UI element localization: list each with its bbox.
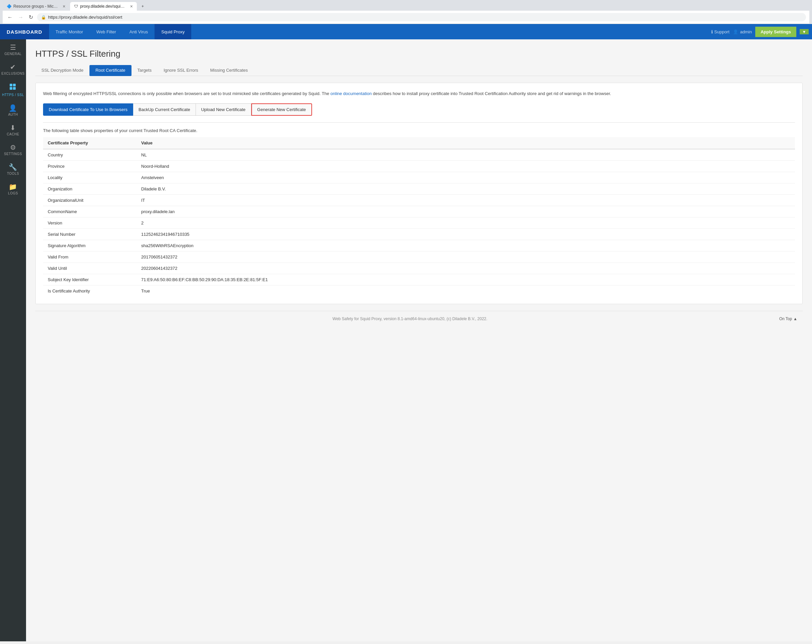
nav-squid-proxy[interactable]: Squid Proxy bbox=[154, 24, 191, 40]
cert-property-cell: Valid Until bbox=[43, 262, 136, 274]
sidebar-label-general: GENERAL bbox=[5, 52, 21, 56]
sidebar-label-settings: SETTINGS bbox=[4, 152, 22, 156]
on-top-button[interactable]: On Top ▲ bbox=[779, 317, 797, 321]
table-row: Signature Algorithmsha256WithRSAEncrypti… bbox=[43, 240, 795, 251]
sidebar-label-cache: CACHE bbox=[7, 132, 19, 136]
table-row: Valid Until202206041432372 bbox=[43, 262, 795, 274]
table-row: OrganizationalUnitIT bbox=[43, 195, 795, 206]
card-description: Web filtering of encrypted HTTPS/SSL con… bbox=[43, 90, 795, 97]
cache-icon: ⬇ bbox=[10, 125, 16, 131]
action-buttons: Download Certificate To Use In Browsers … bbox=[43, 104, 795, 116]
cert-value-cell: IT bbox=[136, 195, 795, 206]
col-header-property: Certificate Property bbox=[43, 137, 136, 149]
cert-value-cell: Amstelveen bbox=[136, 172, 795, 183]
support-button[interactable]: ℹ Support bbox=[711, 29, 730, 34]
table-row: CommonNameproxy.diladele.lan bbox=[43, 206, 795, 217]
tab-ignore-ssl-errors[interactable]: Ignore SSL Errors bbox=[157, 65, 204, 76]
cert-value-cell: proxy.diladele.lan bbox=[136, 206, 795, 217]
nav-right: ℹ Support 👤 admin Apply Settings ▾ bbox=[711, 27, 812, 37]
apply-settings-arrow[interactable]: ▾ bbox=[800, 29, 809, 34]
settings-icon: ⚙ bbox=[10, 144, 16, 151]
tabs-bar: SSL Decryption Mode Root Certificate Tar… bbox=[35, 65, 803, 76]
browser-tab-1[interactable]: 🔷 Resource groups - Microsoft Az... × bbox=[3, 2, 69, 11]
back-button[interactable]: ← bbox=[6, 13, 14, 22]
upload-certificate-button[interactable]: Upload New Certificate bbox=[196, 104, 251, 116]
sidebar-item-exclusions[interactable]: ✔ EXCLUSIONS bbox=[0, 59, 26, 79]
cert-property-cell: Locality bbox=[43, 172, 136, 183]
nav-anti-virus[interactable]: Anti Virus bbox=[123, 24, 154, 40]
https-ssl-icon bbox=[9, 84, 17, 92]
browser-tab-2[interactable]: 🛡 proxy.diladele.dev/squid/ssl/cert × bbox=[70, 2, 137, 11]
svg-rect-1 bbox=[13, 84, 16, 86]
col-header-value: Value bbox=[136, 137, 795, 149]
generate-certificate-button[interactable]: Generate New Certificate bbox=[251, 104, 312, 116]
certificate-table: Certificate Property Value CountryNLProv… bbox=[43, 137, 795, 297]
tab1-favicon: 🔷 bbox=[7, 4, 11, 9]
desc-part2: describes how to install proxy certifica… bbox=[373, 91, 611, 96]
sidebar-item-auth[interactable]: 👤 AUTH bbox=[0, 100, 26, 120]
user-icon: 👤 bbox=[733, 29, 738, 34]
sidebar-item-general[interactable]: ☰ GENERAL bbox=[0, 40, 26, 59]
sidebar-item-tools[interactable]: 🔧 TOOLS bbox=[0, 159, 26, 179]
sidebar-item-settings[interactable]: ⚙ SETTINGS bbox=[0, 139, 26, 159]
nav-web-filter[interactable]: Web Filter bbox=[90, 24, 123, 40]
new-tab-button[interactable]: + bbox=[137, 2, 148, 11]
admin-button[interactable]: 👤 admin bbox=[733, 29, 752, 34]
section-divider bbox=[43, 122, 795, 123]
address-bar[interactable]: 🔒 https://proxy.diladele.dev/squid/ssl/c… bbox=[37, 13, 806, 21]
cert-property-cell: Country bbox=[43, 149, 136, 161]
general-icon: ☰ bbox=[10, 44, 16, 51]
browser-chrome: 🔷 Resource groups - Microsoft Az... × 🛡 … bbox=[0, 0, 812, 24]
tab1-close[interactable]: × bbox=[63, 4, 66, 9]
table-row: CountryNL bbox=[43, 149, 795, 161]
logs-icon: 📁 bbox=[9, 183, 17, 190]
forward-button[interactable]: → bbox=[17, 13, 25, 22]
footer-text: Web Safety for Squid Proxy, version 8.1-… bbox=[333, 317, 487, 321]
tab-ssl-decryption-mode[interactable]: SSL Decryption Mode bbox=[35, 65, 89, 76]
admin-label: admin bbox=[740, 29, 752, 34]
tab2-close[interactable]: × bbox=[130, 4, 133, 9]
tab-root-certificate[interactable]: Root Certificate bbox=[89, 65, 131, 76]
sidebar-label-exclusions: EXCLUSIONS bbox=[2, 72, 24, 75]
auth-icon: 👤 bbox=[9, 105, 17, 111]
backup-certificate-button[interactable]: BackUp Current Certificate bbox=[133, 104, 196, 116]
brand-logo[interactable]: DASHBOARD bbox=[0, 24, 49, 40]
cert-property-cell: Version bbox=[43, 217, 136, 228]
cert-property-cell: Serial Number bbox=[43, 228, 136, 240]
desc-part1: Web filtering of encrypted HTTPS/SSL con… bbox=[43, 91, 330, 96]
apply-settings-button[interactable]: Apply Settings bbox=[755, 27, 796, 37]
sidebar-label-https-ssl: HTTPS / SSL bbox=[2, 93, 24, 97]
cert-value-cell: NL bbox=[136, 149, 795, 161]
table-row: Subject Key Identifier71:E9:A6:50:80:B6:… bbox=[43, 274, 795, 285]
cert-property-cell: CommonName bbox=[43, 206, 136, 217]
table-info: The following table shows properties of … bbox=[43, 128, 795, 133]
info-icon: ℹ bbox=[711, 29, 713, 34]
cert-property-cell: OrganizationalUnit bbox=[43, 195, 136, 206]
cert-value-cell: 202206041432372 bbox=[136, 262, 795, 274]
on-top-label: On Top bbox=[779, 317, 792, 321]
sidebar-item-cache[interactable]: ⬇ CACHE bbox=[0, 120, 26, 139]
tab-missing-certificates[interactable]: Missing Certificates bbox=[204, 65, 254, 76]
table-row: Serial Number11252462341946710335 bbox=[43, 228, 795, 240]
online-documentation-link[interactable]: online documentation bbox=[330, 91, 372, 96]
cert-value-cell: 2 bbox=[136, 217, 795, 228]
reload-button[interactable]: ↻ bbox=[27, 13, 34, 22]
cert-property-cell: Province bbox=[43, 160, 136, 172]
lock-icon: 🔒 bbox=[41, 15, 46, 20]
svg-rect-0 bbox=[10, 84, 12, 86]
tab-targets[interactable]: Targets bbox=[131, 65, 158, 76]
sidebar-item-https-ssl[interactable]: HTTPS / SSL bbox=[0, 79, 26, 100]
cert-value-cell: 201706051432372 bbox=[136, 251, 795, 262]
nav-traffic-monitor[interactable]: Traffic Monitor bbox=[49, 24, 90, 40]
table-row: Valid From201706051432372 bbox=[43, 251, 795, 262]
up-arrow-icon: ▲ bbox=[793, 317, 797, 321]
cert-value-cell: True bbox=[136, 285, 795, 297]
cert-property-cell: Organization bbox=[43, 183, 136, 195]
cert-property-cell: Valid From bbox=[43, 251, 136, 262]
sidebar-item-logs[interactable]: 📁 LOGS bbox=[0, 179, 26, 198]
tab1-title: Resource groups - Microsoft Az... bbox=[13, 4, 59, 9]
download-certificate-button[interactable]: Download Certificate To Use In Browsers bbox=[43, 104, 133, 116]
table-row: OrganizationDiladele B.V. bbox=[43, 183, 795, 195]
tab2-title: proxy.diladele.dev/squid/ssl/cert bbox=[80, 4, 126, 9]
sidebar: ☰ GENERAL ✔ EXCLUSIONS HTTPS / SSL bbox=[0, 40, 26, 641]
